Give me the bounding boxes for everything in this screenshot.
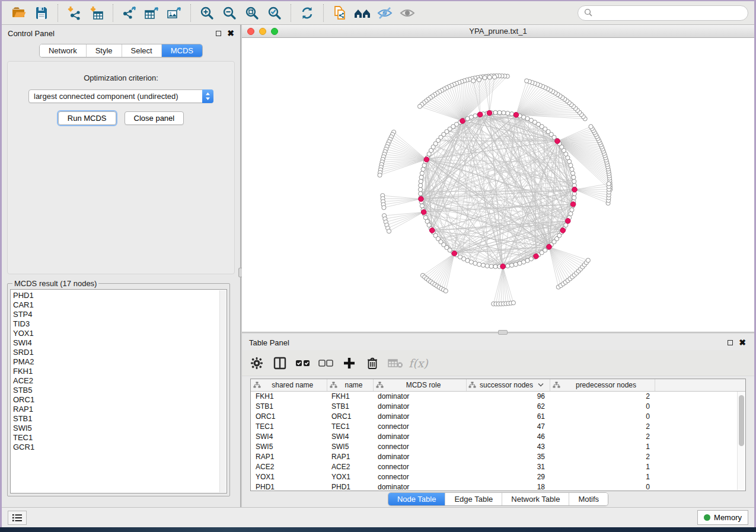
toolbar-separator [291,4,291,22]
zoom-out-button[interactable] [218,4,241,23]
import-table-button[interactable] [85,4,108,23]
network-canvas[interactable] [242,38,754,332]
table-cell: dominator [373,411,466,421]
memory-button[interactable]: Memory [697,510,748,525]
tab-network-table[interactable]: Network Table [502,493,569,505]
tab-motifs[interactable]: Motifs [569,493,608,505]
table-row[interactable]: TEC1TEC1connector472 [251,421,745,431]
column-header-mcds-role[interactable]: MCDS role [373,379,466,391]
list-item[interactable]: SRD1 [13,348,227,357]
refresh-view-button[interactable] [296,4,318,23]
hide-selected-button[interactable] [374,4,396,23]
deselect-all-rows-button[interactable] [315,353,337,373]
hierarchy-icon [253,382,261,389]
close-panel-icon[interactable]: ✖ [227,30,234,36]
export-network-button[interactable] [118,4,141,23]
table-scrollbar[interactable] [737,392,745,490]
tab-node-table[interactable]: Node Table [388,493,446,505]
select-all-rows-button[interactable] [292,353,314,373]
table-row[interactable]: ACE2ACE2connector311 [251,462,745,472]
column-header-name[interactable]: name [327,379,373,391]
column-header-shared-name[interactable]: shared name [251,379,327,391]
tab-select[interactable]: Select [122,44,162,57]
list-item[interactable]: PMA2 [13,357,227,367]
import-network-icon [66,6,82,20]
search-icon [584,8,593,17]
list-item[interactable]: GCR1 [13,443,227,452]
select-columns-button[interactable] [269,353,291,373]
export-image-icon [167,6,182,20]
list-item[interactable]: SWI5 [13,424,227,433]
list-item[interactable]: STB1 [13,414,227,424]
maximize-window-icon[interactable] [271,28,278,35]
column-header-successor-nodes[interactable]: successor nodes [466,379,550,391]
table-row[interactable]: RAP1RAP1dominator352 [251,451,745,462]
criterion-select[interactable]: largest connected component (undirected) [28,89,213,103]
export-table-button[interactable] [141,4,163,23]
zoom-in-button[interactable] [196,4,218,23]
list-item[interactable]: FKH1 [13,367,227,376]
table-row[interactable]: SWI4SWI4dominator462 [251,431,745,441]
table-cell: 96 [466,391,550,401]
list-item[interactable]: CAR1 [13,300,227,310]
fx-icon: f(x) [409,357,428,370]
mcds-result-list[interactable]: PHD1CAR1STP4TID3YOX1SWI4SRD1PMA2FKH1ACE2… [10,289,227,493]
first-neighbors-button[interactable] [351,4,374,23]
zoom-fit-icon [244,5,260,21]
table-row[interactable]: STB1STB1dominator620 [251,401,745,411]
main-toolbar [2,1,754,25]
table-cell: SWI5 [327,441,373,451]
list-item[interactable]: STB5 [13,386,227,395]
list-item[interactable]: YOX1 [13,329,227,338]
show-all-button[interactable] [396,4,419,23]
close-window-icon[interactable] [247,28,254,35]
zoom-selected-button[interactable] [263,4,286,23]
table-cell: ACE2 [327,462,373,472]
float-table-panel-icon[interactable] [728,340,733,345]
close-table-panel-icon[interactable]: ✖ [739,339,746,345]
tab-network[interactable]: Network [40,44,87,57]
table-row[interactable]: FKH1FKH1dominator962 [251,391,745,401]
tab-edge-table[interactable]: Edge Table [445,493,502,505]
scrollbar-thumb[interactable] [739,395,744,446]
table-cell [655,421,745,431]
close-panel-button[interactable]: Close panel [125,111,184,125]
list-item[interactable]: PHD1 [13,291,227,300]
table-row[interactable]: ORC1ORC1dominator610 [251,411,745,421]
float-panel-icon[interactable] [216,31,221,36]
list-item[interactable]: TID3 [13,319,227,329]
column-header-predecessor-nodes[interactable]: predecessor nodes [550,379,655,391]
list-item[interactable]: RAP1 [13,405,227,414]
list-item[interactable]: TEC1 [13,433,227,443]
minimize-window-icon[interactable] [259,28,266,35]
run-mcds-button[interactable]: Run MCDS [58,111,116,125]
table-panel-title: Table Panel [249,338,289,347]
table-cell [655,482,745,491]
add-column-button[interactable] [338,353,360,373]
table-cell [655,431,745,441]
import-network-button[interactable] [63,4,85,23]
search-input[interactable] [596,8,742,17]
tab-style[interactable]: Style [87,44,122,57]
tab-mcds[interactable]: MCDS [162,44,202,57]
delete-columns-button[interactable] [361,353,383,373]
table-row[interactable]: YOX1YOX1connector291 [251,472,745,482]
toolbar-separator [323,4,324,22]
list-item[interactable]: ORC1 [13,395,227,405]
list-item[interactable]: STP4 [13,310,227,319]
list-item[interactable]: ACE2 [13,376,227,386]
clone-network-button[interactable] [328,4,351,23]
table-cell [655,441,745,451]
save-session-button[interactable] [30,4,53,23]
zoom-fit-button[interactable] [241,4,263,23]
table-row[interactable]: PHD1PHD1dominator180 [251,482,745,491]
list-item[interactable]: SWI4 [13,338,227,348]
export-image-button[interactable] [163,4,186,23]
open-file-button[interactable] [8,4,30,23]
table-row[interactable]: SWI5SWI5connector431 [251,441,745,451]
table-cell: 61 [466,411,550,421]
horizontal-splitter[interactable] [242,332,754,334]
task-history-button[interactable] [8,511,27,525]
result-scrollbar[interactable] [219,290,226,492]
table-options-gear-button[interactable] [245,353,267,373]
